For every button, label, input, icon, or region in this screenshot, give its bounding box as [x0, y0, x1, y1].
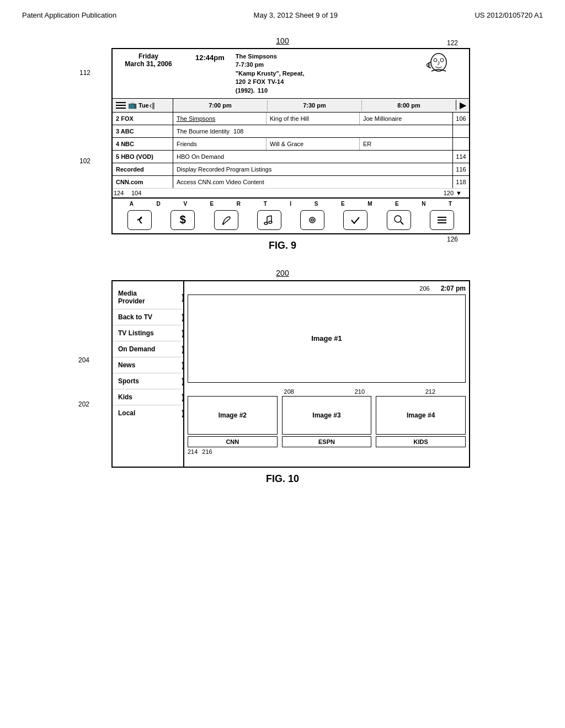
sidebar-item-on-demand[interactable]: On Demand	[113, 341, 183, 357]
scroll-down-icon[interactable]: ▼	[456, 190, 469, 196]
patent-header: Patent Application Publication May 3, 20…	[22, 11, 543, 19]
fig10-diagram: 200 MediaProvider Back to TV TV Listings…	[95, 268, 470, 468]
fig9-channel-cnn: CNN.com	[113, 176, 173, 188]
table-row: 5 HBO (VOD) HBO On Demand 114	[113, 151, 469, 163]
letter-m: M	[367, 201, 372, 207]
ref-206: 206	[419, 285, 429, 292]
svg-point-0	[431, 53, 446, 71]
fig9-channel-abc: 3 ABC	[113, 125, 173, 137]
sidebar-item-media-provider[interactable]: MediaProvider	[113, 286, 183, 309]
svg-point-1	[434, 58, 437, 62]
fig9-day-cell: 📺 Tue ‹ ‖	[113, 99, 173, 112]
fig9-time-slot-2: 7:30 pm	[268, 100, 362, 111]
fig9-date-block: Friday March 31, 2006	[118, 52, 179, 68]
search-icon-button[interactable]	[387, 210, 411, 230]
ref-214: 214	[188, 448, 198, 455]
fig9-show-recorded[interactable]: Display Recorded Program Listings	[173, 163, 452, 175]
fig9-show-friends[interactable]: Friends	[173, 138, 266, 150]
fig10-thumb-img-3[interactable]: Image #4	[376, 396, 466, 435]
ref-208: 208	[284, 388, 294, 395]
fig9-show-joe[interactable]: Joe Millionaire	[360, 113, 452, 125]
ref-102: 102	[79, 157, 90, 165]
fig9-channel-info: The Simpsons 7-7:30 pm "Kamp Krusty", Re…	[236, 52, 305, 95]
ref-110: 110	[258, 87, 268, 94]
ref-202: 202	[78, 400, 89, 408]
fig10-outer-box: MediaProvider Back to TV TV Listings On …	[111, 280, 470, 468]
fig9-time-row: 📺 Tue ‹ ‖ 7:00 pm 7:30 pm 8:00 pm ▶	[113, 99, 469, 113]
back-icon-button[interactable]	[127, 210, 152, 230]
ref-212: 212	[425, 388, 435, 395]
ref-204: 204	[78, 356, 89, 364]
fig10-thumb-label-espn[interactable]: ESPN	[282, 436, 372, 447]
fig10-thumb-3: Image #4 KIDS	[376, 396, 466, 447]
letter-e3: E	[395, 201, 399, 207]
sidebar-item-news[interactable]: News	[113, 357, 183, 373]
ref-124: 124	[113, 190, 129, 196]
fig9-icons-row: $	[118, 209, 463, 231]
fig9-label: FIG. 9	[22, 240, 543, 251]
letter-e2: E	[341, 201, 345, 207]
fig9-day: Friday	[118, 52, 179, 60]
fig10-thumb-label-cnn[interactable]: CNN	[188, 436, 278, 447]
fig9-top-bar: Friday March 31, 2006 12:44pm The Simpso…	[113, 49, 469, 99]
check-icon-button[interactable]	[343, 210, 367, 230]
sidebar-item-tv-listings[interactable]: TV Listings	[113, 325, 183, 341]
fig9-channel-recorded: Recorded	[113, 163, 173, 175]
ref-100-label: 100	[276, 36, 289, 45]
ref-114: 114	[452, 151, 469, 163]
sidebar-item-back-to-tv[interactable]: Back to TV	[113, 309, 183, 325]
letter-a: A	[130, 201, 134, 207]
fig10-thumb-img-1[interactable]: Image #2	[188, 396, 278, 435]
fig9-channel-name: 2 FOX	[248, 78, 265, 86]
ref-nbc-empty	[452, 138, 469, 150]
svg-point-2	[440, 58, 444, 62]
ref-106: 106	[452, 113, 469, 125]
fig9-channel-fox: 2 FOX	[113, 113, 173, 125]
sidebar-item-kids[interactable]: Kids	[113, 389, 183, 405]
fig9-show-bourne[interactable]: The Bourne Identity 108	[173, 125, 452, 137]
fig10-main-image: Image #1	[188, 295, 466, 383]
fig10-thumb-1: Image #2 CNN	[188, 396, 278, 447]
music-icon-button[interactable]	[257, 210, 281, 230]
table-row: CNN.com Access CNN.com Video Content 118	[113, 176, 469, 188]
fig10-thumb-img-2[interactable]: Image #3	[282, 396, 372, 435]
svg-point-7	[311, 219, 313, 221]
fig9-show-will[interactable]: Will & Grace	[266, 138, 360, 150]
fig9-time-slot-3: 8:00 pm	[362, 100, 456, 111]
fig9-show-cnn[interactable]: Access CNN.com Video Content	[173, 176, 452, 188]
fig9-scroll-right[interactable]: ▶	[456, 100, 469, 110]
fig9-tv-icon: 📺	[128, 101, 137, 109]
pen-icon-button[interactable]	[214, 210, 238, 230]
ref-122: 122	[447, 39, 458, 47]
letter-r: R	[237, 201, 241, 207]
dollar-icon-button[interactable]: $	[170, 210, 195, 230]
fig9-programs-abc: The Bourne Identity 108	[173, 125, 452, 137]
patent-right: US 2012/0105720 A1	[475, 11, 543, 19]
ref-200-label: 200	[276, 269, 289, 277]
ref-abc-empty	[452, 125, 469, 137]
fig9-toolbar: A D V E R T I S E M E N T	[113, 197, 469, 233]
svg-point-6	[310, 217, 315, 223]
letter-s: S	[315, 201, 318, 207]
ref-118: 118	[452, 176, 469, 188]
fig10-thumb-label-kids[interactable]: KIDS	[376, 436, 466, 447]
letter-t: T	[264, 201, 267, 207]
svg-line-9	[401, 222, 403, 224]
fig9-show-simpsons[interactable]: The Simpsons	[173, 113, 266, 125]
fig9-programs-nbc: Friends Will & Grace ER	[173, 138, 452, 150]
fig9-show-er[interactable]: ER	[360, 138, 452, 150]
menu-icon-button[interactable]	[430, 210, 454, 230]
svg-point-8	[395, 216, 401, 222]
fig9-channel-nbc: 4 NBC	[113, 138, 173, 150]
fig9-programs-fox: The Simpsons King of the Hill Joe Millio…	[173, 113, 452, 125]
ref-116: 116	[452, 163, 469, 175]
fig10-time: 2:07 pm	[441, 285, 466, 292]
settings-icon-button[interactable]	[300, 210, 324, 230]
fig9-show-hbo-od[interactable]: HBO On Demand	[173, 151, 452, 163]
sidebar-item-sports[interactable]: Sports	[113, 373, 183, 389]
fig9-channel-hbo: 5 HBO (VOD)	[113, 151, 173, 163]
sidebar-item-local[interactable]: Local	[113, 405, 183, 421]
fig9-letters-row: A D V E R T I S E M E N T	[118, 201, 463, 207]
fig9-show-king[interactable]: King of the Hill	[266, 113, 360, 125]
fig9-time-slots: 7:00 pm 7:30 pm 8:00 pm	[173, 100, 456, 111]
